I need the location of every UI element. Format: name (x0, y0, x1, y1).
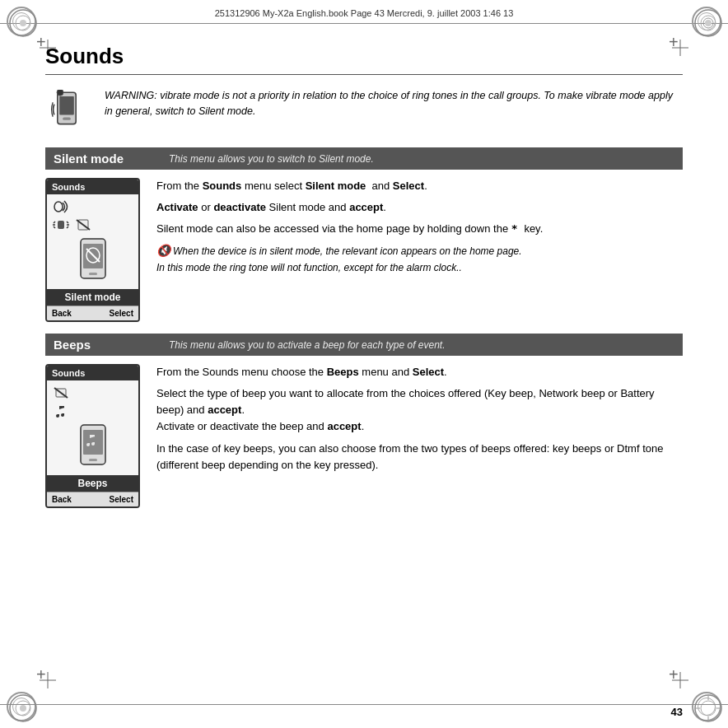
svg-rect-29 (58, 221, 64, 229)
svg-point-6 (703, 18, 713, 28)
silent-phone-container (52, 234, 133, 286)
section-desc-beeps: This menu allows you to activate a beep … (169, 339, 446, 351)
page-number: 43 (671, 706, 683, 718)
svg-point-1 (16, 16, 30, 30)
svg-point-28 (54, 202, 63, 212)
beeps-phone-illustration (52, 420, 133, 472)
corner-decoration-bl (7, 692, 36, 721)
phone-menu-item (52, 198, 133, 216)
phone-menu-item-mute (52, 384, 133, 402)
svg-point-3 (695, 10, 721, 36)
svg-line-35 (67, 226, 68, 228)
silent-para-1: From the Sounds menu select Silent mode … (156, 178, 683, 194)
svg-line-32 (54, 226, 55, 228)
svg-point-2 (20, 20, 26, 26)
warning-text: WARNING: vibrate mode is not a priority … (105, 88, 683, 119)
header-info: 251312906 My-X2a English.book Page 43 Me… (215, 8, 514, 18)
phone-screen-silent-mode: Sounds (45, 178, 140, 322)
section-header-silent-mode: Silent mode This menu allows you to swit… (45, 147, 683, 170)
phone-menu-title-silent: Sounds (47, 180, 138, 194)
warning-icon (45, 88, 88, 131)
svg-point-11 (701, 701, 716, 716)
silent-para-2: Activate or deactivate Silent mode and a… (156, 199, 683, 216)
main-content: Sounds WARNING: vibrate mode is not a pr… (45, 29, 683, 699)
phone-menu-item-note (52, 402, 133, 420)
beeps-para-2: Select the type of beep you want to allo… (156, 385, 683, 435)
svg-rect-47 (89, 459, 97, 461)
svg-rect-40 (89, 273, 97, 275)
phone-softkey-select-beeps: Select (110, 495, 133, 504)
svg-point-5 (705, 20, 712, 26)
page-title: Sounds (45, 44, 683, 75)
section-header-beeps: Beeps This menu allows you to activate a… (45, 334, 683, 356)
section-content-silent-mode: Sounds (45, 178, 683, 322)
phone-menu-item-vibrate (52, 216, 133, 234)
corner-decoration-tl (7, 7, 36, 36)
section-desc-silent-mode: This menu allows you to switch to Silent… (169, 153, 374, 165)
phone-menu-title-beeps: Sounds (47, 366, 138, 380)
silent-para-3: Silent mode can also be accessed via the… (156, 221, 683, 237)
beeps-para-1: From the Sounds menu choose the Beeps me… (156, 364, 683, 380)
svg-rect-25 (59, 96, 74, 114)
svg-point-0 (10, 10, 36, 36)
svg-line-30 (54, 222, 55, 223)
phone-softkeys-silent: Back Select (47, 306, 138, 320)
silent-note: 🔇When the device is in silent mode, the … (156, 242, 683, 275)
corner-decoration-tr (692, 7, 721, 36)
svg-line-33 (67, 222, 68, 223)
phone-menu-items-silent (47, 194, 138, 289)
svg-point-8 (16, 701, 30, 716)
svg-point-9 (20, 705, 26, 712)
top-bar (0, 23, 728, 24)
svg-rect-26 (63, 118, 71, 120)
section-title-silent-mode: Silent mode (54, 152, 152, 166)
phone-mode-label-silent: Silent mode (47, 289, 138, 306)
corner-decoration-br (692, 692, 721, 721)
phone-screen-beeps: Sounds (45, 364, 140, 508)
warning-section: WARNING: vibrate mode is not a priority … (45, 88, 683, 131)
section-text-silent-mode: From the Sounds menu select Silent mode … (156, 178, 683, 281)
svg-point-4 (701, 16, 716, 30)
svg-point-7 (10, 695, 36, 721)
section-title-beeps: Beeps (54, 338, 152, 352)
phone-menu-items-beeps (47, 380, 138, 475)
phone-mode-label-beeps: Beeps (47, 475, 138, 492)
section-text-beeps: From the Sounds menu choose the Beeps me… (156, 364, 683, 478)
phone-softkey-select-silent: Select (110, 309, 133, 318)
phone-softkeys-beeps: Back Select (47, 492, 138, 506)
beeps-para-3: In the case of key beeps, you can also c… (156, 441, 683, 474)
phone-softkey-back-beeps: Back (52, 495, 72, 504)
phone-softkey-back-silent: Back (52, 309, 72, 318)
section-content-beeps: Sounds (45, 364, 683, 508)
svg-point-27 (57, 90, 63, 96)
bottom-bar (0, 704, 728, 705)
